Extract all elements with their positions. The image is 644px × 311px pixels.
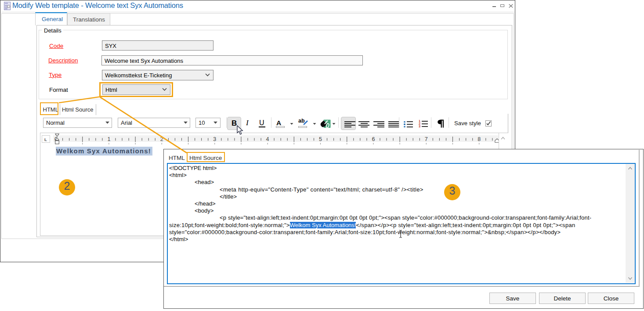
svg-text:2: 2 — [160, 136, 163, 142]
svg-text:5: 5 — [319, 136, 322, 142]
svg-text:7: 7 — [425, 136, 428, 142]
svg-text:4: 4 — [266, 136, 269, 142]
svg-text:6: 6 — [372, 136, 375, 142]
svg-text:8: 8 — [478, 136, 481, 142]
svg-text:1: 1 — [107, 136, 110, 142]
svg-text:3: 3 — [213, 136, 216, 142]
